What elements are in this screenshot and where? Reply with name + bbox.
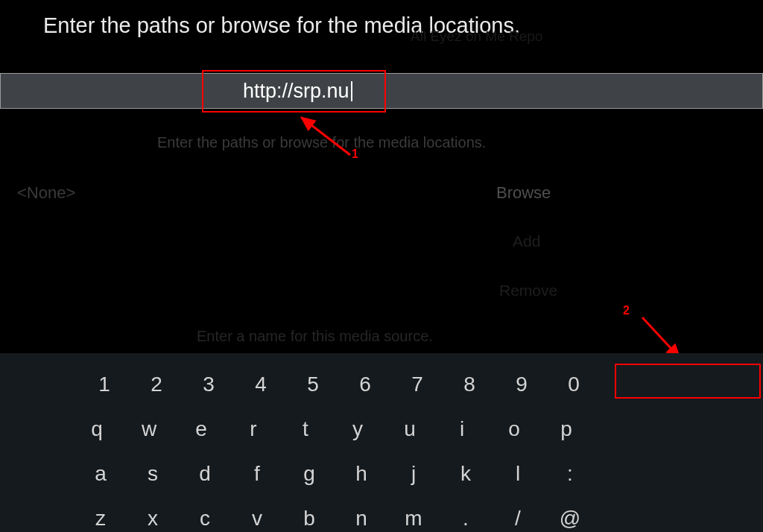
path-input[interactable]: http://srp.nu <box>0 73 763 109</box>
key-d[interactable]: d <box>179 452 231 496</box>
key-z[interactable]: z <box>75 496 127 532</box>
key-period[interactable]: . <box>440 496 492 532</box>
key-h[interactable]: h <box>335 452 387 496</box>
key-j[interactable]: j <box>387 452 440 496</box>
annotation-number-2: 2 <box>623 304 630 317</box>
svg-line-1 <box>642 317 680 358</box>
key-l[interactable]: l <box>492 452 544 496</box>
key-g[interactable]: g <box>283 452 335 496</box>
keyboard-row-4: z x c v b n m . / @ <box>75 496 763 532</box>
browse-button[interactable]: Browse <box>496 183 551 203</box>
key-9[interactable]: 9 <box>496 362 548 407</box>
key-p[interactable]: p <box>540 407 592 452</box>
key-2[interactable]: 2 <box>130 362 183 407</box>
key-x[interactable]: x <box>127 496 179 532</box>
key-5[interactable]: 5 <box>287 362 339 407</box>
key-7[interactable]: 7 <box>391 362 443 407</box>
key-s[interactable]: s <box>127 452 179 496</box>
key-slash[interactable]: / <box>492 496 544 532</box>
key-o[interactable]: o <box>488 407 540 452</box>
keyboard-row-3: a s d f g h j k l : <box>75 452 763 496</box>
key-m[interactable]: m <box>387 496 440 532</box>
key-6[interactable]: 6 <box>339 362 391 407</box>
key-0[interactable]: 0 <box>548 362 600 407</box>
key-v[interactable]: v <box>231 496 283 532</box>
key-3[interactable]: 3 <box>183 362 235 407</box>
source-name-label: Enter a name for this media source. <box>197 328 433 345</box>
key-colon[interactable]: : <box>544 452 596 496</box>
annotation-number-1: 1 <box>352 148 358 161</box>
remove-button[interactable]: Remove <box>499 282 557 300</box>
key-8[interactable]: 8 <box>443 362 496 407</box>
key-a[interactable]: a <box>75 452 127 496</box>
key-1[interactable]: 1 <box>78 362 130 407</box>
key-q[interactable]: q <box>71 407 123 452</box>
key-i[interactable]: i <box>436 407 488 452</box>
key-n[interactable]: n <box>335 496 387 532</box>
key-b[interactable]: b <box>283 496 335 532</box>
key-c[interactable]: c <box>179 496 231 532</box>
path-none-placeholder: <None> <box>17 183 75 203</box>
on-screen-keyboard: 1 2 3 4 5 6 7 8 9 0 q w e r t y u i o p … <box>0 353 763 532</box>
key-at[interactable]: @ <box>544 496 596 532</box>
keyboard-row-2: q w e r t y u i o p <box>71 407 763 452</box>
key-t[interactable]: t <box>279 407 332 452</box>
path-input-value: http://srp.nu <box>243 80 349 103</box>
key-k[interactable]: k <box>440 452 492 496</box>
background-repo-text: All Eyez on Me Repo <box>411 28 542 45</box>
add-button[interactable]: Add <box>513 232 540 250</box>
text-cursor <box>351 81 352 101</box>
key-r[interactable]: r <box>227 407 279 452</box>
background-dialog-title: Enter the paths or browse for the media … <box>157 134 486 151</box>
key-y[interactable]: y <box>332 407 384 452</box>
key-e[interactable]: e <box>175 407 227 452</box>
key-u[interactable]: u <box>384 407 436 452</box>
key-f[interactable]: f <box>231 452 283 496</box>
keyboard-row-1: 1 2 3 4 5 6 7 8 9 0 <box>78 362 763 407</box>
key-w[interactable]: w <box>123 407 175 452</box>
key-4[interactable]: 4 <box>235 362 287 407</box>
